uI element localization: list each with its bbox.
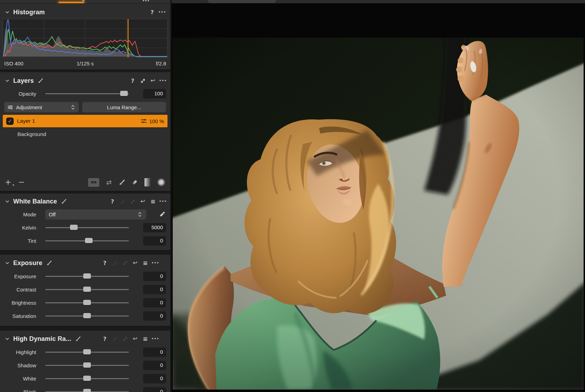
kelvin-slider[interactable] <box>45 225 129 230</box>
contrast-value[interactable]: 0 <box>143 285 166 294</box>
kelvin-value[interactable]: 5000 <box>143 223 166 232</box>
eraser-icon[interactable] <box>132 179 138 185</box>
expand-icon[interactable] <box>140 78 146 84</box>
reset-icon[interactable]: ↩ <box>132 336 138 342</box>
tint-slider[interactable] <box>45 238 129 243</box>
help-icon[interactable]: ? <box>102 336 108 342</box>
expand-icon[interactable] <box>130 198 136 205</box>
tint-label: Tint <box>4 238 45 244</box>
help-icon[interactable]: ? <box>130 78 136 84</box>
expand-icon[interactable] <box>122 260 128 266</box>
active-tab-indicator[interactable] <box>58 2 84 3</box>
panel-title: Exposure <box>13 259 42 267</box>
reset-icon[interactable]: ↩ <box>132 260 138 266</box>
application-window: Histogram ? ··· <box>0 0 585 392</box>
chevron-down-icon[interactable] <box>4 336 10 342</box>
chevron-down-icon[interactable] <box>4 198 10 205</box>
row-label: Black <box>4 389 45 392</box>
magic-wand-icon[interactable] <box>112 260 118 266</box>
layer-row-background[interactable]: Background <box>3 128 167 141</box>
chevron-down-icon[interactable] <box>4 260 10 266</box>
aperture-value: f/2.8 <box>112 61 166 66</box>
floating-toolbar-edge[interactable] <box>208 0 276 3</box>
brush-icon[interactable] <box>37 78 44 84</box>
reset-icon[interactable]: ↩ <box>140 198 146 205</box>
histogram-canvas <box>3 19 167 58</box>
panel-title: Layers <box>13 77 34 85</box>
contrast-slider[interactable] <box>45 287 129 292</box>
reset-icon[interactable]: ↩ <box>150 78 156 84</box>
menu-icon[interactable]: ≡ <box>142 336 148 342</box>
move-adjustments-icon[interactable]: ⇄ <box>106 179 112 185</box>
black-slider[interactable] <box>45 389 129 392</box>
white-balance-picker-icon[interactable] <box>159 211 165 217</box>
iso-value: ISO 400 <box>4 61 58 66</box>
highlight-slider[interactable] <box>45 349 129 355</box>
more-icon[interactable]: ··· <box>159 9 165 15</box>
row-label: Saturation <box>4 313 45 319</box>
magic-wand-icon[interactable] <box>112 336 118 342</box>
panel-title: White Balance <box>13 198 57 205</box>
saturation-value[interactable]: 0 <box>143 311 166 321</box>
help-icon[interactable]: ? <box>102 260 108 266</box>
white-row: White 0 <box>0 372 170 385</box>
brush-icon[interactable] <box>119 179 125 185</box>
layer-visibility-checkbox[interactable]: ✓ <box>6 118 14 125</box>
wb-mode-dropdown[interactable]: Off <box>45 209 146 219</box>
shadow-slider[interactable] <box>45 362 129 368</box>
saturation-row: Saturation 0 <box>0 309 170 322</box>
menu-icon[interactable]: ≡ <box>142 260 148 266</box>
white-value[interactable]: 0 <box>143 374 166 383</box>
opacity-row: Opacity 100 <box>0 87 170 100</box>
stepper-chevrons-icon <box>136 211 143 217</box>
brightness-row: Brightness 0 <box>0 296 170 309</box>
brightness-slider[interactable] <box>45 300 129 305</box>
row-label: Contrast <box>4 287 45 293</box>
highlight-value[interactable]: 0 <box>143 347 166 357</box>
opacity-value[interactable]: 100 <box>143 89 166 98</box>
white-slider[interactable] <box>45 376 129 381</box>
gradient-mask-icon[interactable] <box>145 178 150 186</box>
tab-icon-fragment-2[interactable] <box>143 0 149 2</box>
more-icon[interactable]: ··· <box>160 78 166 84</box>
black-row: Black 0 <box>0 385 170 392</box>
help-icon[interactable]: ? <box>149 9 155 15</box>
shadow-row: Shadow 0 <box>0 359 170 372</box>
help-icon[interactable]: ? <box>109 198 116 205</box>
remove-layer-icon[interactable]: − <box>18 178 24 186</box>
layer-type-value: Adjustment <box>16 104 67 110</box>
saturation-slider[interactable] <box>45 313 129 319</box>
photo-canvas <box>173 38 584 390</box>
more-icon[interactable]: ··· <box>152 260 158 266</box>
tint-value[interactable]: 0 <box>143 236 166 246</box>
layer-row-layer1[interactable]: ✓ Layer 1 100 % <box>3 115 167 127</box>
chevron-down-icon[interactable] <box>4 78 10 84</box>
hdr-panel: High Dynamic Ra... ? ↩ ≡ ··· <box>0 331 170 392</box>
black-value[interactable]: 0 <box>143 387 166 392</box>
row-label: Brightness <box>4 300 45 306</box>
layer-type-dropdown[interactable]: Adjustment <box>4 102 79 112</box>
radial-mask-icon[interactable] <box>157 178 165 186</box>
exposure-slider[interactable] <box>45 273 129 279</box>
brush-icon[interactable] <box>61 198 67 205</box>
tab-icon-fragment[interactable] <box>82 0 85 1</box>
opacity-slider[interactable] <box>45 91 129 96</box>
magic-wand-icon[interactable] <box>119 198 126 205</box>
exposure-value[interactable]: 0 <box>143 272 166 281</box>
shadow-value[interactable]: 0 <box>143 361 166 370</box>
brightness-value[interactable]: 0 <box>143 298 166 307</box>
mode-label: Mode <box>4 211 45 217</box>
brush-icon[interactable] <box>46 260 52 266</box>
luma-range-button[interactable]: Luma Range... <box>82 102 166 112</box>
expand-icon[interactable] <box>122 336 128 342</box>
visibility-eye-icon[interactable] <box>88 178 99 187</box>
brush-icon[interactable] <box>75 336 81 342</box>
histogram-panel: Histogram ? ··· <box>0 3 170 70</box>
add-layer-icon[interactable]: +▾ <box>5 178 11 186</box>
row-label: Exposure <box>4 273 45 279</box>
menu-icon[interactable]: ≡ <box>150 198 156 205</box>
more-icon[interactable]: ··· <box>152 336 158 342</box>
more-icon[interactable]: ··· <box>160 198 166 205</box>
chevron-down-icon[interactable] <box>4 9 10 15</box>
layers-toolbar: +▾ − ⇄ <box>0 176 170 188</box>
